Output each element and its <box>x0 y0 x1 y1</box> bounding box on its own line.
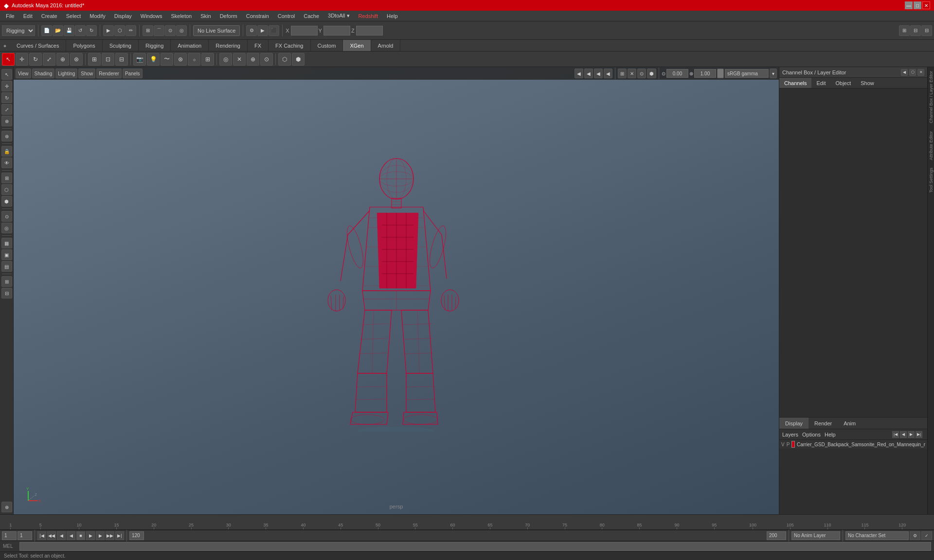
char-set-check[interactable]: ✓ <box>921 531 932 540</box>
toolbar-right-1[interactable]: ⊞ <box>899 25 910 36</box>
close-button[interactable]: ✕ <box>922 1 930 9</box>
icon-universal-tool[interactable]: ⊕ <box>56 53 69 66</box>
pb-next-key[interactable]: ▶ <box>96 531 105 540</box>
sidebar-select[interactable]: ↖ <box>1 69 12 80</box>
pb-go-start[interactable]: |◀ <box>37 531 46 540</box>
cb-tab-channels[interactable]: Channels <box>779 78 811 88</box>
vp-renderer-menu[interactable]: Renderer <box>96 69 122 78</box>
sidebar-bottom[interactable]: ⊕ <box>1 502 12 512</box>
sidebar-plugin-1[interactable]: ⊞ <box>1 276 12 287</box>
vtab-channel-box[interactable]: Channel Box / Layer Editor <box>928 67 934 127</box>
icon-move-tool[interactable]: ✛ <box>16 53 28 66</box>
icon-wireframe[interactable]: ⬡ <box>278 53 291 66</box>
display-tab-anim[interactable]: Anim <box>838 418 862 429</box>
vp-grid[interactable]: ⊞ <box>618 69 627 78</box>
icon-lattice[interactable]: ⊞ <box>201 53 214 66</box>
toolbar-open[interactable]: 📂 <box>53 25 63 36</box>
vtab-attribute-editor[interactable]: Attribute Editor <box>928 127 934 164</box>
frame-current-field[interactable] <box>18 531 32 540</box>
channel-box-close[interactable]: ✕ <box>917 69 924 76</box>
sidebar-render-1[interactable]: ▦ <box>1 238 12 248</box>
menu-edit[interactable]: Edit <box>19 12 36 20</box>
menu-display[interactable]: Display <box>110 12 136 20</box>
menu-file[interactable]: File <box>2 12 18 20</box>
sidebar-universal[interactable]: ⊕ <box>1 116 12 126</box>
menu-control[interactable]: Control <box>274 12 299 20</box>
maximize-button[interactable]: □ <box>914 1 921 9</box>
tab-xgen[interactable]: XGen <box>343 40 371 51</box>
mel-input[interactable] <box>19 542 931 551</box>
vp-gamma-field[interactable] <box>725 69 769 78</box>
layer-p[interactable]: P <box>787 442 790 447</box>
pb-prev-key[interactable]: ◀ <box>57 531 66 540</box>
vp-view-menu[interactable]: View <box>16 69 31 78</box>
frame-end-field[interactable] <box>129 531 144 540</box>
toolbar-snap-point[interactable]: ⊙ <box>165 25 176 36</box>
tab-sculpting[interactable]: Sculpting <box>103 40 139 51</box>
vp-wire[interactable]: ✕ <box>628 69 636 78</box>
tab-rendering[interactable]: Rendering <box>209 40 248 51</box>
menu-constrain[interactable]: Constrain <box>242 12 273 20</box>
pb-stop[interactable]: ■ <box>76 531 85 540</box>
vp-render-btn[interactable]: ⬢ <box>647 69 656 78</box>
menu-3dtool[interactable]: 3DtoAll ▾ <box>324 12 354 20</box>
vp-shading-menu[interactable]: Shading <box>32 69 55 78</box>
sidebar-lock[interactable]: 🔒 <box>1 146 12 157</box>
toolbar-snap-grid[interactable]: ⊞ <box>143 25 153 36</box>
vp-cam-1[interactable]: ◀ <box>575 69 583 78</box>
menu-select[interactable]: Select <box>62 12 85 20</box>
layer-nav-last[interactable]: ▶| <box>916 431 922 438</box>
pb-play-back[interactable]: ◀ <box>67 531 75 540</box>
channel-box-float[interactable]: ⬡ <box>909 69 916 76</box>
icon-camera[interactable]: 📷 <box>133 53 146 66</box>
menu-help[interactable]: Help <box>383 12 402 20</box>
vp-cam-2[interactable]: ◀ <box>584 69 593 78</box>
char-set-btn[interactable]: ⚙ <box>910 531 920 540</box>
layer-nav-next[interactable]: ▶ <box>908 431 915 438</box>
cb-tab-object[interactable]: Object <box>830 78 856 88</box>
sidebar-render-3[interactable]: ▤ <box>1 261 12 272</box>
menu-skin[interactable]: Skin <box>197 12 215 20</box>
layer-nav-first[interactable]: |◀ <box>892 431 899 438</box>
vp-panels-menu[interactable]: Panels <box>123 69 143 78</box>
icon-curve[interactable]: 〜 <box>161 53 173 66</box>
vp-cam-4[interactable]: ◀ <box>604 69 612 78</box>
anim-layer-field[interactable] <box>791 531 840 540</box>
sidebar-display-3[interactable]: ⬢ <box>1 196 12 207</box>
toolbar-right-3[interactable]: ⊟ <box>921 25 932 36</box>
layers-option-options[interactable]: Options <box>802 432 821 438</box>
sidebar-rotate[interactable]: ↻ <box>1 92 12 103</box>
toolbar-render-settings[interactable]: ⚙ <box>246 25 257 36</box>
cb-tab-edit[interactable]: Edit <box>811 78 830 88</box>
no-live-surface-button[interactable]: No Live Surface <box>193 25 240 36</box>
menu-create[interactable]: Create <box>37 12 61 20</box>
range-end-field[interactable] <box>767 531 786 540</box>
x-field[interactable] <box>291 26 318 35</box>
icon-ik[interactable]: ⬦ <box>188 53 200 66</box>
display-tab-render[interactable]: Render <box>808 418 838 429</box>
tab-curves-surfaces[interactable]: Curves / Surfaces <box>10 40 66 51</box>
toolbar-paint[interactable]: ✏ <box>126 25 136 36</box>
tab-animation[interactable]: Animation <box>171 40 209 51</box>
icon-rotate-tool[interactable]: ↻ <box>29 53 42 66</box>
icon-show-hide-3[interactable]: ⊕ <box>247 53 259 66</box>
title-bar-controls[interactable]: — □ ✕ <box>905 1 930 9</box>
icon-scale-tool[interactable]: ⤢ <box>43 53 55 66</box>
sidebar-display-4[interactable]: ⊙ <box>1 211 12 222</box>
toolbar-redo[interactable]: ↻ <box>86 25 97 36</box>
vp-cam-3[interactable]: ◀ <box>594 69 603 78</box>
icon-joint[interactable]: ⊛ <box>174 53 187 66</box>
icon-smooth[interactable]: ⬢ <box>292 53 305 66</box>
menu-skeleton[interactable]: Skeleton <box>167 12 196 20</box>
vtab-tool-settings[interactable]: Tool Settings <box>928 164 934 197</box>
icon-light[interactable]: 💡 <box>147 53 160 66</box>
pb-play-fwd[interactable]: ▶ <box>86 531 95 540</box>
toolbar-snap-view[interactable]: ◎ <box>176 25 187 36</box>
char-set-field[interactable] <box>845 531 909 540</box>
menu-modify[interactable]: Modify <box>86 12 109 20</box>
viewport[interactable]: View Shading Lighting Show Renderer Pane… <box>14 67 779 514</box>
toolbar-render-all[interactable]: ⬛ <box>269 25 279 36</box>
vp-show-menu[interactable]: Show <box>78 69 95 78</box>
pb-step-back[interactable]: ◀◀ <box>47 531 56 540</box>
pb-step-fwd[interactable]: ▶▶ <box>106 531 114 540</box>
